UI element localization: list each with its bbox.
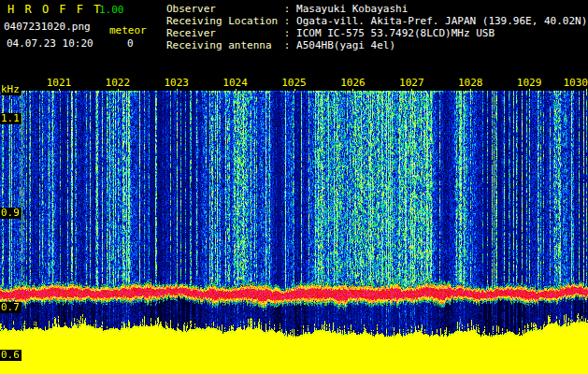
info-colon: : xyxy=(284,3,296,15)
time-tick-label: 1027 xyxy=(399,78,424,89)
observation-datetime: 04.07.23 10:20 xyxy=(7,38,93,50)
info-colon: : xyxy=(284,27,296,39)
info-value-location: Ogata-vill. Akita-Pref. JAPAN (139.96E, … xyxy=(296,15,587,27)
info-line-location: Receiving Location: Ogata-vill. Akita-Pr… xyxy=(166,15,587,27)
info-line-antenna: Receiving antenna: A504HB(yagi 4el) xyxy=(166,39,587,51)
info-value-observer: Masayuki Kobayashi xyxy=(296,3,408,15)
time-tick-label: 1024 xyxy=(222,78,248,89)
info-colon: : xyxy=(284,15,296,27)
time-tick-label: 1021 xyxy=(47,78,72,89)
time-tick-label: 1023 xyxy=(164,78,189,89)
time-tick-label: 1025 xyxy=(281,78,307,89)
output-filename: 0407231020.png xyxy=(4,22,91,33)
time-axis: 1021102210231024102510261027102810291030 xyxy=(0,78,588,91)
time-tick-label: 1026 xyxy=(340,78,366,89)
freq-tick-label: 1.1 xyxy=(0,113,22,124)
time-tick-label: 1029 xyxy=(517,78,542,89)
info-label-location: Receiving Location xyxy=(166,15,284,27)
spectrogram-canvas xyxy=(0,91,588,374)
app-version: 1.00 xyxy=(99,5,124,16)
info-label-receiver: Receiver xyxy=(166,27,284,39)
info-label-observer: Observer xyxy=(166,3,284,15)
info-label-antenna: Receiving antenna xyxy=(166,39,284,51)
spectrogram-plot: 1021102210231024102510261027102810291030… xyxy=(0,91,588,374)
freq-tick-label: 0.6 xyxy=(0,350,22,361)
mode-label: meteor xyxy=(109,25,147,36)
hrofft-screen: H R O F F T 1.00 0407231020.png meteor 0… xyxy=(0,0,588,374)
info-line-observer: Observer: Masayuki Kobayashi xyxy=(166,3,587,15)
info-value-antenna: A504HB(yagi 4el) xyxy=(296,39,395,51)
freq-tick-label: 0.9 xyxy=(0,208,22,219)
time-tick-label: 1030 xyxy=(564,78,588,89)
time-tick-label: 1022 xyxy=(106,78,131,89)
freq-tick-label: 0.7 xyxy=(0,302,22,313)
station-info: Observer: Masayuki Kobayashi Receiving L… xyxy=(166,3,587,51)
info-colon: : xyxy=(284,39,296,51)
frequency-axis: 1.10.90.70.6 xyxy=(0,91,28,374)
info-line-receiver: Receiver: ICOM IC-575 53.7492(8LCD)MHz U… xyxy=(166,27,587,39)
info-value-receiver: ICOM IC-575 53.7492(8LCD)MHz USB xyxy=(296,27,495,39)
app-title: H R O F F T xyxy=(7,4,102,15)
time-tick-label: 1028 xyxy=(458,78,483,89)
meteor-echo-count: 0 xyxy=(127,38,134,50)
